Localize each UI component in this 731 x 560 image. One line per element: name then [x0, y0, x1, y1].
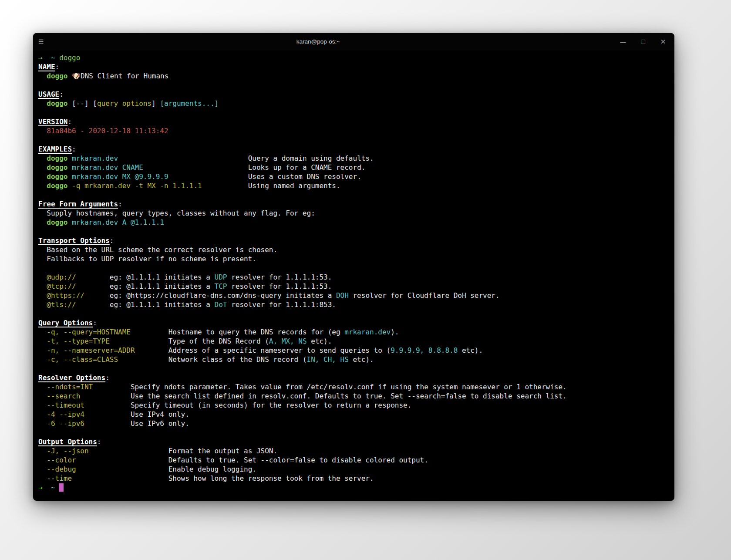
terminal-line: Transport Options:	[38, 236, 670, 245]
terminal-line: Based on the URL scheme the correct reso…	[38, 245, 670, 254]
terminal-line: doggo mrkaran.dev MX @9.9.9.9 Uses a cus…	[38, 172, 670, 181]
terminal-line: -J, --json Format the output as JSON.	[38, 446, 670, 455]
terminal-line: doggo -q mrkaran.dev -t MX -n 1.1.1.1 Us…	[38, 181, 670, 190]
terminal-line: --timeout Specify timeout (in seconds) f…	[38, 401, 670, 410]
close-icon: ✕	[660, 38, 666, 46]
terminal-line: VERSION:	[38, 117, 670, 126]
terminal-line: @udp:// eg: @1.1.1.1 initiates a UDP res…	[38, 273, 670, 282]
terminal-line: → ~ doggo	[38, 53, 670, 62]
terminal-line	[38, 135, 670, 145]
maximize-button[interactable]: □	[640, 33, 647, 51]
terminal-line: --search Use the search list defined in …	[38, 391, 670, 401]
terminal-line: doggo mrkaran.dev Query a domain using d…	[38, 154, 670, 163]
terminal-line	[38, 227, 670, 236]
terminal-line: @tcp:// eg: @1.1.1.1 initiates a TCP res…	[38, 282, 670, 291]
terminal-line: --color Defaults to true. Set --color=fa…	[38, 455, 670, 465]
terminal-line: -4 --ipv4 Use IPv4 only.	[38, 410, 670, 419]
terminal-line	[38, 309, 670, 318]
terminal-line: EXAMPLES:	[38, 145, 670, 154]
terminal-line: -6 --ipv6 Use IPv6 only.	[38, 419, 670, 428]
terminal-line: -q, --query=HOSTNAME Hostname to query t…	[38, 327, 670, 337]
terminal-line: -c, --class=CLASS Network class of the D…	[38, 355, 670, 364]
terminal-line: doggo 🐶DNS Client for Humans	[38, 71, 670, 81]
terminal-line: NAME:	[38, 62, 670, 71]
terminal-line: --debug Enable debug logging.	[38, 465, 670, 474]
terminal-line	[38, 364, 670, 373]
maximize-icon: □	[641, 38, 645, 46]
terminal-line	[38, 81, 670, 90]
terminal-window: ☰ karan@pop-os:~ — □ ✕ → ~ doggoNAME: do…	[33, 33, 674, 501]
terminal-line: 81a04b6 - 2020-12-18 11:13:42	[38, 126, 670, 135]
window-title: karan@pop-os:~	[33, 33, 603, 51]
terminal-screen[interactable]: → ~ doggoNAME: doggo 🐶DNS Client for Hum…	[33, 51, 674, 492]
terminal-line	[38, 190, 670, 199]
terminal-line: Fallbacks to UDP resolver if no scheme i…	[38, 254, 670, 263]
close-button[interactable]: ✕	[660, 33, 667, 51]
terminal-line: -t, --type=TYPE Type of the DNS Record (…	[38, 337, 670, 346]
terminal-line: Supply hostnames, query types, classes w…	[38, 209, 670, 218]
terminal-line: --ndots=INT Specify ndots parameter. Tak…	[38, 382, 670, 391]
terminal-line	[38, 108, 670, 117]
terminal-line: Query Options:	[38, 318, 670, 327]
window-controls: — □ ✕	[620, 33, 667, 51]
terminal-line: @https:// eg: @https://cloudflare-dns.co…	[38, 291, 670, 300]
terminal-line	[38, 263, 670, 273]
minimize-button[interactable]: —	[620, 33, 627, 51]
terminal-line: doggo [--] [query options] [arguments...…	[38, 99, 670, 108]
terminal-line: → ~	[38, 483, 670, 492]
terminal-line: --time Shows how long the response took …	[38, 474, 670, 483]
terminal-line: Free Form Arguments:	[38, 199, 670, 209]
terminal-line: doggo mrkaran.dev A @1.1.1.1	[38, 218, 670, 227]
terminal-line: USAGE:	[38, 90, 670, 99]
titlebar: ☰ karan@pop-os:~ — □ ✕	[33, 33, 674, 51]
terminal-line: -n, --nameserver=ADDR Address of a speci…	[38, 346, 670, 355]
terminal-cursor	[59, 483, 64, 492]
terminal-line: Output Options:	[38, 437, 670, 446]
terminal-line: @tls:// eg: @1.1.1.1 initiates a DoT res…	[38, 300, 670, 309]
minimize-icon: —	[620, 39, 626, 45]
terminal-line: Resolver Options:	[38, 373, 670, 382]
terminal-line: doggo mrkaran.dev CNAME Looks up for a C…	[38, 163, 670, 172]
terminal-line	[38, 428, 670, 437]
